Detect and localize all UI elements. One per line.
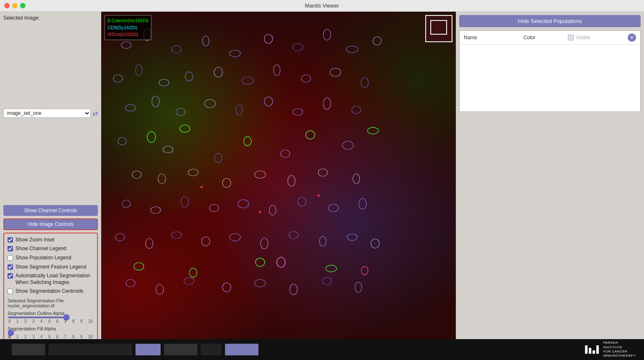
checkbox-segment-feature-legend: Show Segment Feature Legend [8,264,94,271]
center-panel: β-Catenin(Ho165Di) CD8(Dy162Di) I491m(Ir… [101,12,456,360]
svg-point-42 [222,178,231,188]
show-centroids-label: Show Segmentation Centroids [15,288,83,295]
populations-table-body [460,45,640,112]
nav-arrows[interactable]: ⇄ [92,109,98,117]
svg-point-3 [202,36,209,46]
checkbox-population-legend: Show Population Legend [8,255,94,261]
seg-file-label: Selected Segmentation File [8,298,94,303]
svg-point-45 [318,169,327,176]
segment-feature-legend-label: Show Segment Feature Legend [15,264,86,271]
checkbox-auto-load-seg: Automatically Load Segmentation When Swi… [8,273,94,286]
hide-selected-populations-button[interactable]: Hide Selected Populations [459,15,641,27]
svg-point-78 [222,283,231,292]
svg-point-49 [317,194,320,197]
taskbar-item [12,344,45,355]
image-controls-box: Show Zoom Inset Show Channel Legend Show… [3,233,98,357]
pici-logo: PARKERINSTITUTEFOR CANCERIMMUNOTHERAPY [585,341,636,358]
svg-point-17 [302,75,311,82]
svg-point-61 [171,232,181,238]
svg-point-21 [152,96,159,107]
svg-point-25 [264,97,273,106]
hide-image-controls-button[interactable]: Hide Image Controls [3,218,98,230]
populations-table: Name Color Visible + [459,30,641,112]
microscopy-image: β-Catenin(Ho165Di) CD8(Dy162Di) I491m(Ir… [101,12,456,360]
pici-bars [585,345,599,354]
checkbox-zoom-inset: Show Zoom Inset [8,237,94,243]
svg-point-30 [180,125,190,132]
svg-point-14 [214,67,222,77]
svg-point-71 [256,258,265,266]
pici-bar-3 [593,350,595,354]
image-canvas[interactable]: β-Catenin(Ho165Di) CD8(Dy162Di) I491m(Ir… [101,12,456,360]
svg-point-10 [113,75,123,82]
bottom-bar: PARKERINSTITUTEFOR CANCERIMMUNOTHERAPY [0,339,644,360]
image-select[interactable]: image_set_one [3,109,91,118]
svg-point-6 [293,43,303,51]
pici-bar-2 [589,348,591,354]
svg-point-38 [342,141,353,150]
image-select-wrapper: image_set_one ⇄ [3,24,98,203]
outline-alpha-slider[interactable] [8,317,94,318]
svg-point-26 [293,109,303,115]
maximize-button[interactable] [20,3,26,8]
svg-point-75 [126,279,135,287]
svg-point-55 [269,205,276,215]
seg-file-section: Selected Segmentation File nuclei_segmen… [8,298,94,308]
outline-alpha-section: Segmentation Outline Alpha 012 345 67 89… [8,311,94,324]
show-centroids-checkbox[interactable] [8,289,13,294]
svg-point-65 [289,231,298,239]
svg-point-44 [288,175,295,186]
svg-point-31 [244,137,251,146]
svg-point-35 [163,146,173,153]
segment-feature-legend-checkbox[interactable] [8,264,13,270]
col-header-color: Color [524,35,568,41]
svg-point-48 [259,211,261,213]
show-channel-controls-button[interactable]: Show Channel Controls [3,205,98,216]
svg-point-73 [277,257,285,267]
svg-point-62 [202,237,210,246]
populations-table-header: Name Color Visible + [460,31,640,45]
zoom-inset-label: Show Zoom Inset [15,237,54,243]
app-title: Mantis Viewer [305,3,339,9]
main-layout: Selected Image: image_set_one ⇄ Show Cha… [0,12,644,360]
svg-point-64 [261,238,268,249]
add-population-button[interactable]: + [628,33,636,42]
svg-point-77 [184,278,194,284]
svg-point-40 [158,174,166,184]
col-header-visible-text: Visible [575,35,590,41]
channel-line-1: β-Catenin(Ho165Di) [107,17,148,24]
selected-image-label: Selected Image: [3,15,40,21]
svg-point-18 [330,68,341,76]
fill-alpha-slider[interactable] [8,332,94,334]
svg-point-36 [215,153,222,162]
svg-point-66 [319,236,326,246]
visible-checkbox-icon [568,35,574,41]
svg-point-9 [373,37,381,45]
population-legend-label: Show Population Legend [15,255,71,261]
svg-point-19 [361,78,368,88]
close-button[interactable] [4,3,10,8]
svg-point-53 [210,204,219,212]
svg-point-54 [238,200,249,208]
svg-point-0 [121,42,131,48]
right-panel: Hide Selected Populations Name Color Vis… [456,12,644,360]
seg-file-value: nuclei_segmentation.tif [8,303,94,308]
svg-point-5 [264,34,273,43]
svg-point-13 [185,72,193,81]
svg-point-4 [230,50,240,57]
svg-point-74 [361,266,368,275]
channel-legend-label: Show Channel Legend [15,246,66,252]
zoom-inset-checkbox[interactable] [8,237,13,243]
minimize-button[interactable] [12,3,18,8]
auto-load-seg-checkbox[interactable] [8,273,13,279]
svg-point-50 [122,200,130,208]
svg-point-22 [176,108,185,116]
svg-point-39 [132,171,141,178]
channel-line-3: I491m(Ir191Di) [107,31,148,38]
population-legend-checkbox[interactable] [8,255,13,261]
svg-point-72 [326,265,337,272]
svg-point-58 [359,198,366,209]
svg-point-27 [323,98,331,109]
checkbox-channel-legend: Show Channel Legend [8,246,94,252]
channel-legend-checkbox[interactable] [8,246,13,251]
